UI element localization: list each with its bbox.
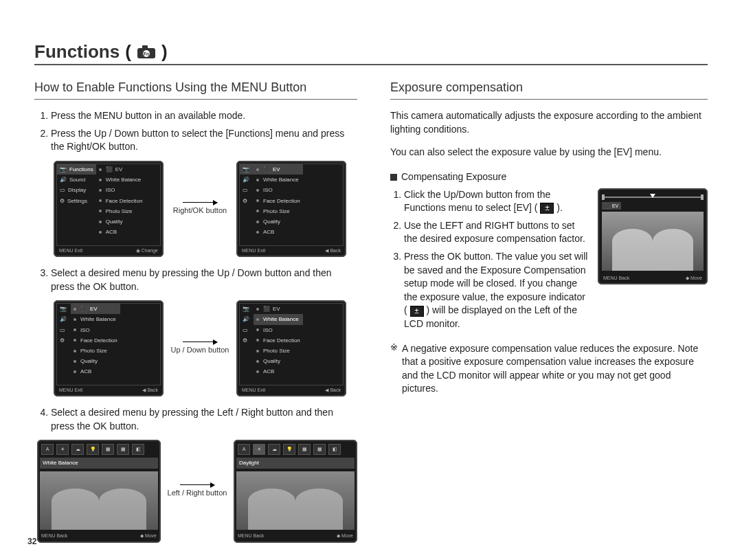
lcd-menu-1: 📷Functions 🔊Sound ▭Display ⚙Settings ⬛ E… bbox=[54, 161, 164, 257]
note-symbol-icon: ※ bbox=[390, 342, 398, 396]
left-step-1: Press the MENU button in an available mo… bbox=[51, 109, 357, 123]
lcd-wb-1: A☀☁💡▦▦◧ White Balance MENU Back◆ Move bbox=[37, 440, 161, 543]
comp-step-1: Click the Up/Down button from the Functi… bbox=[404, 188, 589, 215]
lcd-row-2: 📷 🔊 ▭ ⚙ ⬛ EV White Balance ISO Face Dete… bbox=[54, 300, 357, 396]
arrow-left-right: Left / Right button bbox=[166, 484, 228, 498]
lcd-row-3: A☀☁💡▦▦◧ White Balance MENU Back◆ Move Le… bbox=[37, 440, 357, 543]
lcd-functions-label: Functions bbox=[69, 166, 93, 173]
page-title-bar: Functions ( Fn ) bbox=[34, 41, 708, 65]
ev-plusminus-icon bbox=[540, 203, 554, 214]
comp-step-2: Use the LEFT and RIGHT buttons to set th… bbox=[404, 219, 589, 246]
left-step-2: Press the Up / Down button to select the… bbox=[51, 127, 357, 154]
right-heading: Exposure compensation bbox=[390, 79, 708, 100]
compensating-exposure-heading: Compensating Exposure bbox=[390, 170, 708, 184]
arrow-right-ok: Right/OK button bbox=[169, 202, 231, 216]
square-bullet-icon bbox=[390, 174, 397, 181]
right-intro-2: You can also select the exposure value b… bbox=[390, 146, 708, 159]
right-intro-1: This camera automatically adjusts the ex… bbox=[390, 109, 708, 136]
lcd-menu-3: 📷 🔊 ▭ ⚙ ⬛ EV White Balance ISO Face Dete… bbox=[54, 300, 164, 396]
lcd-wb-2: A☀☁💡▦▦◧ Daylight MENU Back◆ Move bbox=[234, 440, 357, 543]
page-title: Functions bbox=[34, 41, 120, 63]
camera-fn-icon: Fn bbox=[137, 45, 156, 60]
note-text: A negative exposure compensation value r… bbox=[402, 342, 708, 396]
comp-step-3: Press the OK button. The value you set w… bbox=[404, 250, 589, 331]
svg-rect-1 bbox=[142, 45, 148, 49]
right-column: Exposure compensation This camera automa… bbox=[390, 79, 708, 552]
left-step-4: Select a desired menu by pressing the Le… bbox=[51, 406, 357, 433]
lcd-row-1: 📷Functions 🔊Sound ▭Display ⚙Settings ⬛ E… bbox=[54, 161, 357, 257]
left-step-3: Select a desired menu by pressing the Up… bbox=[51, 267, 357, 293]
lcd-menu-4: 📷 🔊 ▭ ⚙ ⬛ EV White Balance ISO Face Dete… bbox=[236, 300, 346, 396]
arrow-up-down: Up / Down button bbox=[169, 341, 231, 355]
lcd-ev-preview: ⬛ EV MENU Back◆ Move bbox=[598, 188, 708, 284]
page-number: 32 bbox=[27, 537, 36, 546]
left-heading: How to Enable Functions Using the MENU B… bbox=[34, 79, 357, 100]
left-column: How to Enable Functions Using the MENU B… bbox=[34, 79, 357, 552]
lcd-menu-2: 📷 🔊 ▭ ⚙ ⬛ EV White Balance ISO Face Dete… bbox=[236, 161, 346, 257]
ev-plusminus-icon-2 bbox=[410, 306, 424, 317]
svg-text:Fn: Fn bbox=[144, 52, 150, 56]
note-block: ※ A negative exposure compensation value… bbox=[390, 342, 708, 396]
